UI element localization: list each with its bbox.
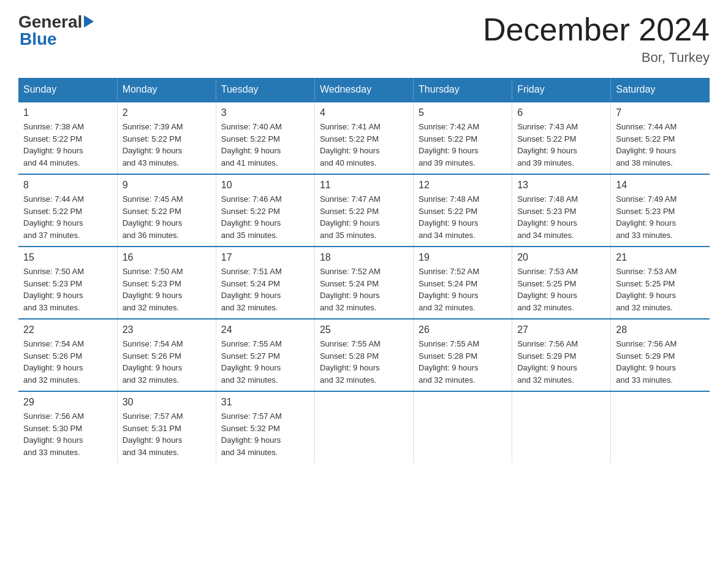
- day-info: Sunrise: 7:54 AMSunset: 5:26 PMDaylight:…: [123, 338, 211, 386]
- day-info: Sunrise: 7:53 AMSunset: 5:25 PMDaylight:…: [517, 266, 605, 313]
- day-info: Sunrise: 7:48 AMSunset: 5:23 PMDaylight:…: [517, 193, 605, 241]
- day-info: Sunrise: 7:52 AMSunset: 5:24 PMDaylight:…: [320, 266, 408, 313]
- calendar-day-cell: 12 Sunrise: 7:48 AMSunset: 5:22 PMDaylig…: [414, 174, 512, 247]
- calendar-week-row: 22 Sunrise: 7:54 AMSunset: 5:26 PMDaylig…: [18, 319, 710, 391]
- calendar-day-cell: 18 Sunrise: 7:52 AMSunset: 5:24 PMDaylig…: [314, 247, 413, 319]
- day-number: 4: [320, 107, 408, 118]
- day-info: Sunrise: 7:40 AMSunset: 5:22 PMDaylight:…: [221, 121, 309, 169]
- day-info: Sunrise: 7:48 AMSunset: 5:22 PMDaylight:…: [419, 193, 507, 241]
- weekday-header-wednesday: Wednesday: [314, 78, 413, 102]
- calendar-day-cell: 19 Sunrise: 7:52 AMSunset: 5:24 PMDaylig…: [414, 247, 512, 319]
- calendar-day-cell: 13 Sunrise: 7:48 AMSunset: 5:23 PMDaylig…: [512, 174, 611, 247]
- calendar-day-cell: [512, 391, 611, 463]
- calendar-day-cell: [314, 391, 413, 463]
- day-number: 19: [419, 252, 507, 263]
- day-info: Sunrise: 7:56 AMSunset: 5:29 PMDaylight:…: [616, 338, 705, 386]
- day-info: Sunrise: 7:41 AMSunset: 5:22 PMDaylight:…: [320, 121, 408, 169]
- day-number: 27: [517, 324, 605, 335]
- calendar-day-cell: 16 Sunrise: 7:50 AMSunset: 5:23 PMDaylig…: [117, 247, 216, 319]
- calendar-day-cell: 7 Sunrise: 7:44 AMSunset: 5:22 PMDayligh…: [611, 102, 710, 174]
- page-header: General Blue December 2024 Bor, Turkey: [18, 12, 710, 66]
- day-number: 20: [517, 252, 605, 263]
- location-subtitle: Bor, Turkey: [483, 50, 710, 66]
- calendar-day-cell: 9 Sunrise: 7:45 AMSunset: 5:22 PMDayligh…: [117, 174, 216, 247]
- day-number: 30: [123, 397, 211, 408]
- calendar-day-cell: 10 Sunrise: 7:46 AMSunset: 5:22 PMDaylig…: [216, 174, 314, 247]
- calendar-day-cell: 14 Sunrise: 7:49 AMSunset: 5:23 PMDaylig…: [611, 174, 710, 247]
- day-number: 9: [123, 180, 211, 191]
- calendar-day-cell: [414, 391, 512, 463]
- calendar-day-cell: 11 Sunrise: 7:47 AMSunset: 5:22 PMDaylig…: [314, 174, 413, 247]
- calendar-day-cell: 29 Sunrise: 7:56 AMSunset: 5:30 PMDaylig…: [18, 391, 117, 463]
- calendar-day-cell: 23 Sunrise: 7:54 AMSunset: 5:26 PMDaylig…: [117, 319, 216, 391]
- weekday-header-thursday: Thursday: [414, 78, 512, 102]
- calendar-week-row: 15 Sunrise: 7:50 AMSunset: 5:23 PMDaylig…: [18, 247, 710, 319]
- day-info: Sunrise: 7:46 AMSunset: 5:22 PMDaylight:…: [221, 193, 309, 241]
- day-number: 16: [123, 252, 211, 263]
- day-number: 22: [23, 324, 112, 335]
- weekday-header-row: SundayMondayTuesdayWednesdayThursdayFrid…: [18, 78, 710, 102]
- day-number: 24: [221, 324, 309, 335]
- calendar-week-row: 8 Sunrise: 7:44 AMSunset: 5:22 PMDayligh…: [18, 174, 710, 247]
- day-info: Sunrise: 7:44 AMSunset: 5:22 PMDaylight:…: [23, 193, 112, 241]
- day-number: 14: [616, 180, 705, 191]
- day-info: Sunrise: 7:56 AMSunset: 5:30 PMDaylight:…: [23, 410, 112, 458]
- day-info: Sunrise: 7:39 AMSunset: 5:22 PMDaylight:…: [123, 121, 211, 169]
- calendar-day-cell: 3 Sunrise: 7:40 AMSunset: 5:22 PMDayligh…: [216, 102, 314, 174]
- calendar-day-cell: 15 Sunrise: 7:50 AMSunset: 5:23 PMDaylig…: [18, 247, 117, 319]
- day-info: Sunrise: 7:50 AMSunset: 5:23 PMDaylight:…: [23, 266, 112, 313]
- weekday-header-sunday: Sunday: [18, 78, 117, 102]
- day-number: 2: [123, 107, 211, 118]
- day-number: 10: [221, 180, 309, 191]
- calendar-day-cell: 5 Sunrise: 7:42 AMSunset: 5:22 PMDayligh…: [414, 102, 512, 174]
- calendar-week-row: 1 Sunrise: 7:38 AMSunset: 5:22 PMDayligh…: [18, 102, 710, 174]
- weekday-header-tuesday: Tuesday: [216, 78, 314, 102]
- day-info: Sunrise: 7:45 AMSunset: 5:22 PMDaylight:…: [123, 193, 211, 241]
- calendar-day-cell: 25 Sunrise: 7:55 AMSunset: 5:28 PMDaylig…: [314, 319, 413, 391]
- calendar-day-cell: 8 Sunrise: 7:44 AMSunset: 5:22 PMDayligh…: [18, 174, 117, 247]
- calendar-day-cell: 6 Sunrise: 7:43 AMSunset: 5:22 PMDayligh…: [512, 102, 611, 174]
- calendar-day-cell: 27 Sunrise: 7:56 AMSunset: 5:29 PMDaylig…: [512, 319, 611, 391]
- day-number: 17: [221, 252, 309, 263]
- month-year-title: December 2024: [483, 12, 710, 47]
- weekday-header-friday: Friday: [512, 78, 611, 102]
- day-info: Sunrise: 7:55 AMSunset: 5:27 PMDaylight:…: [221, 338, 309, 386]
- weekday-header-monday: Monday: [117, 78, 216, 102]
- day-number: 29: [23, 397, 112, 408]
- day-info: Sunrise: 7:47 AMSunset: 5:22 PMDaylight:…: [320, 193, 408, 241]
- calendar-week-row: 29 Sunrise: 7:56 AMSunset: 5:30 PMDaylig…: [18, 391, 710, 463]
- day-number: 3: [221, 107, 309, 118]
- calendar-table: SundayMondayTuesdayWednesdayThursdayFrid…: [18, 78, 710, 463]
- day-info: Sunrise: 7:44 AMSunset: 5:22 PMDaylight:…: [616, 121, 705, 169]
- day-info: Sunrise: 7:53 AMSunset: 5:25 PMDaylight:…: [616, 266, 705, 313]
- calendar-day-cell: 24 Sunrise: 7:55 AMSunset: 5:27 PMDaylig…: [216, 319, 314, 391]
- day-info: Sunrise: 7:50 AMSunset: 5:23 PMDaylight:…: [123, 266, 211, 313]
- day-number: 7: [616, 107, 705, 118]
- calendar-day-cell: 22 Sunrise: 7:54 AMSunset: 5:26 PMDaylig…: [18, 319, 117, 391]
- day-number: 1: [23, 107, 112, 118]
- day-number: 31: [221, 397, 309, 408]
- day-number: 13: [517, 180, 605, 191]
- calendar-day-cell: 17 Sunrise: 7:51 AMSunset: 5:24 PMDaylig…: [216, 247, 314, 319]
- day-number: 8: [23, 180, 112, 191]
- calendar-day-cell: 21 Sunrise: 7:53 AMSunset: 5:25 PMDaylig…: [611, 247, 710, 319]
- day-info: Sunrise: 7:56 AMSunset: 5:29 PMDaylight:…: [517, 338, 605, 386]
- day-info: Sunrise: 7:55 AMSunset: 5:28 PMDaylight:…: [320, 338, 408, 386]
- day-info: Sunrise: 7:49 AMSunset: 5:23 PMDaylight:…: [616, 193, 705, 241]
- day-info: Sunrise: 7:42 AMSunset: 5:22 PMDaylight:…: [419, 121, 507, 169]
- title-section: December 2024 Bor, Turkey: [483, 12, 710, 66]
- calendar-day-cell: 30 Sunrise: 7:57 AMSunset: 5:31 PMDaylig…: [117, 391, 216, 463]
- day-number: 23: [123, 324, 211, 335]
- day-number: 5: [419, 107, 507, 118]
- calendar-day-cell: [611, 391, 710, 463]
- calendar-day-cell: 20 Sunrise: 7:53 AMSunset: 5:25 PMDaylig…: [512, 247, 611, 319]
- day-number: 12: [419, 180, 507, 191]
- day-number: 26: [419, 324, 507, 335]
- calendar-day-cell: 31 Sunrise: 7:57 AMSunset: 5:32 PMDaylig…: [216, 391, 314, 463]
- calendar-day-cell: 1 Sunrise: 7:38 AMSunset: 5:22 PMDayligh…: [18, 102, 117, 174]
- day-number: 6: [517, 107, 605, 118]
- day-number: 15: [23, 252, 112, 263]
- day-number: 21: [616, 252, 705, 263]
- calendar-day-cell: 2 Sunrise: 7:39 AMSunset: 5:22 PMDayligh…: [117, 102, 216, 174]
- logo: General Blue: [18, 12, 94, 49]
